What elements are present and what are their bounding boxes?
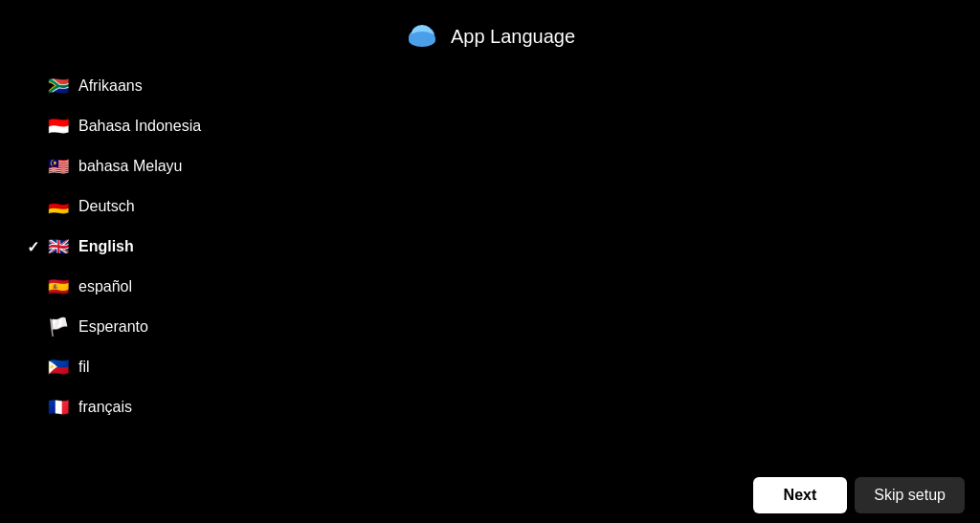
language-flag: 🇩🇪 <box>48 196 69 217</box>
skip-setup-button[interactable]: Skip setup <box>855 477 965 513</box>
language-flag: 🇮🇩 <box>48 116 69 137</box>
language-item[interactable]: 🇫🇷français <box>19 387 980 427</box>
language-name: Bahasa Indonesia <box>78 118 201 135</box>
language-name: fil <box>78 359 90 376</box>
language-name: bahasa Melayu <box>78 158 183 175</box>
page-title: App Language <box>451 26 575 48</box>
language-item[interactable]: 🏳️Esperanto <box>19 307 980 347</box>
language-item[interactable]: 🇵🇭fil <box>19 347 980 387</box>
cloud-icon <box>405 21 439 53</box>
language-name: Esperanto <box>78 318 148 336</box>
next-button[interactable]: Next <box>753 477 848 513</box>
language-flag: 🇵🇭 <box>48 357 69 378</box>
language-flag: 🇬🇧 <box>48 236 69 257</box>
language-flag: 🇲🇾 <box>48 156 69 177</box>
language-item[interactable]: 🇿🇦Afrikaans <box>19 66 980 106</box>
language-item[interactable]: 🇩🇪Deutsch <box>19 186 980 227</box>
language-name: Afrikaans <box>78 77 143 95</box>
language-name: English <box>78 238 134 255</box>
footer-buttons: Next Skip setup <box>753 477 965 513</box>
language-flag: 🇿🇦 <box>48 76 69 97</box>
svg-point-4 <box>409 32 435 45</box>
app-header: App Language <box>0 0 980 62</box>
language-item[interactable]: 🇮🇩Bahasa Indonesia <box>19 106 980 146</box>
language-item[interactable]: 🇲🇾bahasa Melayu <box>19 146 980 186</box>
language-item[interactable]: 🇪🇸español <box>19 267 980 307</box>
language-name: español <box>78 278 132 295</box>
language-flag: 🇪🇸 <box>48 276 69 297</box>
checkmark-icon: ✓ <box>27 238 39 256</box>
language-list: 🇿🇦Afrikaans🇮🇩Bahasa Indonesia🇲🇾bahasa Me… <box>0 66 980 427</box>
language-name: français <box>78 399 132 416</box>
language-flag: 🇫🇷 <box>48 397 69 418</box>
language-item[interactable]: ✓🇬🇧English <box>19 227 980 267</box>
language-flag: 🏳️ <box>48 316 69 338</box>
language-name: Deutsch <box>78 198 135 215</box>
